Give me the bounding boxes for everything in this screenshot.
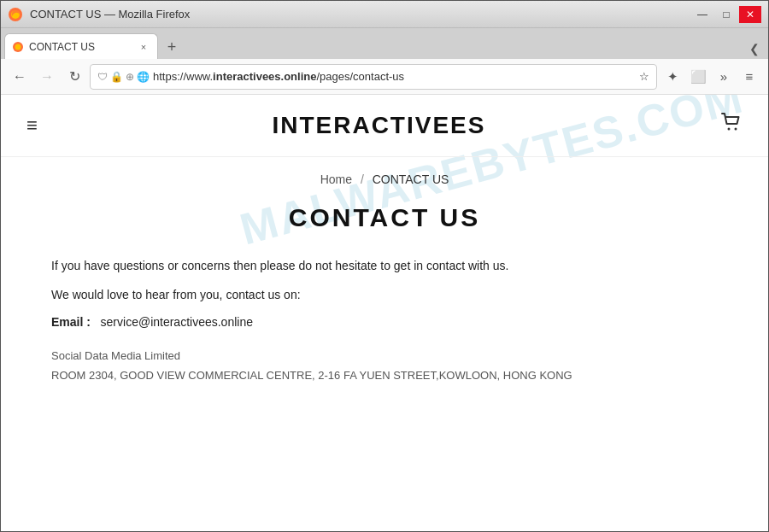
close-button[interactable]: ✕ bbox=[739, 6, 761, 23]
address-bar[interactable]: 🛡 🔒 ⊕ 🌐 https://www.interactivees.online… bbox=[90, 64, 657, 90]
connection-icon: 🌐 bbox=[137, 71, 150, 83]
svg-point-5 bbox=[735, 128, 737, 131]
cart-icon[interactable] bbox=[720, 112, 743, 139]
page-title: CONTACT US bbox=[51, 203, 718, 232]
forward-button[interactable]: → bbox=[35, 65, 59, 89]
new-tab-button[interactable]: + bbox=[160, 35, 184, 59]
svg-point-3 bbox=[15, 44, 21, 50]
restore-button[interactable]: □ bbox=[715, 6, 737, 23]
info-icon: ⊕ bbox=[126, 71, 134, 83]
tab-close-button[interactable]: × bbox=[137, 40, 150, 54]
title-bar: CONTACT US — Mozilla Firefox — □ ✕ bbox=[1, 1, 768, 28]
url-domain: interactivees.online bbox=[213, 70, 316, 83]
overflow-menu-button[interactable]: » bbox=[712, 65, 736, 89]
active-tab[interactable]: CONTACT US × bbox=[4, 33, 158, 59]
url-suffix: /pages/contact-us bbox=[316, 70, 404, 83]
tab-bar-right: ❮ bbox=[744, 38, 765, 59]
hamburger-icon[interactable]: ≡ bbox=[26, 114, 38, 137]
main-content-area: CONTACT US If you have questions or conc… bbox=[17, 195, 752, 420]
breadcrumb-separator: / bbox=[361, 172, 364, 186]
breadcrumb: Home / CONTACT US bbox=[1, 157, 768, 195]
intro-text-2: We would love to hear from you, contact … bbox=[51, 285, 718, 304]
title-bar-left: CONTACT US — Mozilla Firefox bbox=[8, 7, 190, 22]
pocket-button[interactable]: ✦ bbox=[660, 65, 684, 89]
site-header: ≡ INTERACTIVEES bbox=[1, 95, 768, 157]
window-controls: — □ ✕ bbox=[691, 6, 761, 23]
email-address-link[interactable]: service@interactivees.online bbox=[101, 315, 253, 329]
minimize-button[interactable]: — bbox=[691, 6, 713, 23]
nav-icons-right: ✦ ⬜ » ≡ bbox=[660, 65, 761, 89]
reload-button[interactable]: ↻ bbox=[62, 65, 86, 89]
page-content: MALWAREBYTES.COM ≡ INTERACTIVEES Home / … bbox=[1, 95, 768, 531]
breadcrumb-home-link[interactable]: Home bbox=[320, 172, 352, 186]
firefox-logo-icon bbox=[8, 7, 23, 22]
shield-icon: 🛡 bbox=[97, 71, 108, 83]
tab-list-button[interactable]: ❮ bbox=[744, 38, 765, 59]
address-block: Social Data Media Limited ROOM 2304, GOO… bbox=[51, 346, 718, 386]
navigation-bar: ← → ↻ 🛡 🔒 ⊕ 🌐 https://www.interactivees.… bbox=[1, 59, 768, 95]
svg-point-4 bbox=[728, 128, 731, 131]
tab-label: CONTACT US bbox=[29, 41, 95, 53]
tab-favicon-icon bbox=[12, 41, 24, 53]
company-name: Social Data Media Limited bbox=[51, 346, 718, 365]
tab-bar: CONTACT US × + ❮ bbox=[1, 28, 768, 59]
address-detail: ROOM 2304, GOOD VIEW COMMERCIAL CENTRE, … bbox=[51, 365, 718, 385]
breadcrumb-current: CONTACT US bbox=[373, 172, 449, 186]
back-button[interactable]: ← bbox=[8, 65, 32, 89]
bookmark-icon[interactable]: ☆ bbox=[639, 70, 649, 83]
url-prefix: https://www. bbox=[153, 70, 213, 83]
email-line: Email : service@interactivees.online bbox=[51, 315, 718, 329]
window-title: CONTACT US — Mozilla Firefox bbox=[30, 8, 190, 20]
security-icons: 🛡 🔒 ⊕ 🌐 bbox=[97, 71, 150, 83]
hamburger-menu-button[interactable]: ≡ bbox=[737, 65, 761, 89]
site-logo: INTERACTIVEES bbox=[272, 112, 485, 139]
lock-icon: 🔒 bbox=[110, 71, 123, 83]
url-display: https://www.interactivees.online/pages/c… bbox=[153, 70, 636, 83]
intro-text-1: If you have questions or concerns then p… bbox=[51, 256, 718, 275]
email-label: Email : bbox=[51, 315, 91, 329]
extensions-button[interactable]: ⬜ bbox=[686, 65, 710, 89]
